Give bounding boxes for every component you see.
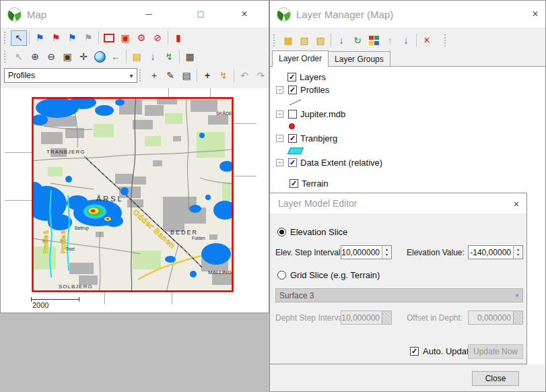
identify-tool-icon[interactable]: ↖ <box>11 49 27 65</box>
auto-update-checkbox[interactable]: ✓ <box>410 347 419 356</box>
spin-down-icon[interactable]: ▾ <box>386 253 388 258</box>
chevron-down-icon[interactable]: ▾ <box>126 72 137 79</box>
surface-combobox[interactable]: Surface 3 ▾ <box>275 288 523 302</box>
jupiter-checkbox[interactable] <box>288 110 297 119</box>
edit-profile-icon[interactable]: ✎ <box>162 68 178 84</box>
app-logo-icon <box>277 7 291 22</box>
delete-layer-icon[interactable]: × <box>419 33 435 48</box>
depth-step-interval-spinner[interactable]: 10,000000 <box>341 311 392 325</box>
elevation-value-spinner[interactable]: -140,00000 ▴▾ <box>468 245 523 259</box>
layer-manager-title: Layer Manager (Map) <box>296 9 393 20</box>
profiles-checkbox[interactable]: ✓ <box>288 86 297 94</box>
grid-slice-radio[interactable] <box>277 271 286 280</box>
edit-features-icon[interactable]: ⚑ <box>48 30 64 46</box>
grid-tick <box>104 292 105 304</box>
collapse-toggle-icon[interactable]: − <box>276 110 283 118</box>
spin-up-icon[interactable]: ▴ <box>517 247 519 253</box>
vertical-profile-tool-icon[interactable]: ▮ <box>170 30 186 46</box>
grid-slice-label: Grid Slice (e.g. Terrain) <box>290 270 380 280</box>
maximize-button[interactable]: □ <box>191 1 211 28</box>
profile-label: Profile 1 <box>42 230 49 253</box>
slice-rectangle-tool-icon[interactable] <box>101 30 117 46</box>
spinner-arrows[interactable]: ▴▾ <box>382 246 391 259</box>
grid-tick <box>5 200 32 201</box>
symbology-icon[interactable] <box>366 33 382 48</box>
close-button[interactable]: × <box>506 193 526 214</box>
offset-in-depth-spinner[interactable]: 0,000000 <box>468 311 523 325</box>
export-view-icon[interactable]: ↓ <box>145 49 161 65</box>
clear-selection-icon[interactable]: ⚑ <box>80 30 96 46</box>
toolbar-grip[interactable] <box>4 51 8 63</box>
redo-icon[interactable]: ↷ <box>252 68 269 84</box>
add-layer-icon[interactable]: ▧ <box>296 33 312 48</box>
close-dialog-button[interactable]: Close <box>472 371 519 386</box>
map-toolbar-row3: Profiles ▾ + ✎ ▤ + ↯ ↶ ↷ <box>1 66 269 85</box>
grid-toggle-icon[interactable]: ▦ <box>182 49 198 65</box>
tab-layer-order[interactable]: Layer Order <box>272 51 329 67</box>
tranbjerg-checkbox[interactable]: ✓ <box>288 134 297 143</box>
collapse-toggle-icon[interactable]: − <box>276 86 283 94</box>
spinner-arrows[interactable]: ▴▾ <box>513 246 522 259</box>
previous-view-icon[interactable]: ← <box>108 49 124 65</box>
zoom-box-icon[interactable]: ▣ <box>59 49 75 65</box>
profile-panel-icon[interactable]: ▤ <box>178 68 195 84</box>
slice-off-icon[interactable]: ⊘ <box>149 30 166 46</box>
map-canvas[interactable]: TRANBJERG ÅRSL BEDER SOLBJERG MALLING SK… <box>32 97 234 292</box>
slice-settings-icon[interactable]: ⚙ <box>133 30 149 46</box>
minimize-button[interactable]: ─ <box>139 1 159 28</box>
tree-item-layers[interactable]: ✓ Layers <box>271 71 545 84</box>
select-features-icon[interactable]: ⚑ <box>32 30 48 46</box>
tree-item-data-extent[interactable]: − ✓ Data Extent (relative) <box>271 156 545 169</box>
zoom-full-extent-icon[interactable] <box>92 49 108 65</box>
map-window: Map ─ □ × ↖ ⚑ ⚑ ⚑ ⚑ ▣ ⚙ ⊘ ▮ <box>0 0 269 313</box>
update-now-button[interactable]: Update Now <box>468 344 523 359</box>
pan-icon[interactable]: ✛ <box>75 49 92 65</box>
tree-item-tranbjerg[interactable]: − ✓ Tranbjerg <box>271 132 545 145</box>
load-layer-icon[interactable]: ↓ <box>333 33 349 48</box>
collapse-toggle-icon[interactable]: − <box>276 135 283 142</box>
import-layer-icon[interactable]: ▨ <box>312 33 329 48</box>
toolbar-grip[interactable] <box>4 32 8 44</box>
elev-step-interval-value[interactable]: 10,000000 <box>341 246 382 259</box>
zoom-in-icon[interactable]: ⊕ <box>27 49 43 65</box>
elevation-value[interactable]: -140,00000 <box>469 246 513 259</box>
new-layer-icon[interactable]: ▦ <box>280 33 296 48</box>
close-button[interactable]: × <box>525 1 545 28</box>
add-profile-icon[interactable]: + <box>199 68 215 84</box>
terrain-checkbox[interactable]: ✓ <box>289 179 298 188</box>
digitize-point-icon[interactable]: + <box>146 68 162 84</box>
layer-stack-icon[interactable]: ▤ <box>129 49 145 65</box>
toolbar-grip[interactable] <box>139 69 143 81</box>
undo-icon[interactable]: ↶ <box>236 68 252 84</box>
move-features-icon[interactable]: ⚑ <box>64 30 80 46</box>
profiles-combobox[interactable]: Profiles ▾ <box>4 68 137 83</box>
auto-update-profile-icon[interactable]: ↯ <box>215 68 232 84</box>
tree-item-terrain[interactable]: ✓ Terrain <box>271 177 545 190</box>
zoom-slice-tool-icon[interactable]: ▣ <box>117 30 133 46</box>
spin-down-icon[interactable]: ▾ <box>517 253 519 258</box>
elev-step-interval-spinner[interactable]: 10,000000 ▴▾ <box>341 245 392 259</box>
refresh-view-icon[interactable]: ↯ <box>161 49 177 65</box>
select-tool-icon[interactable]: ↖ <box>11 30 27 46</box>
collapse-toggle-icon[interactable]: − <box>276 159 283 166</box>
data-extent-checkbox[interactable]: ✓ <box>288 158 297 167</box>
depth-step-interval-label: Depht Step Interval: <box>275 313 347 323</box>
move-layer-down-icon[interactable]: ↓ <box>398 33 414 48</box>
profiles-symbol-row[interactable] <box>271 96 545 108</box>
close-button[interactable]: × <box>234 1 254 28</box>
tranbjerg-symbol-row[interactable] <box>271 145 545 156</box>
tree-item-profiles[interactable]: − ✓ Profiles <box>271 84 545 96</box>
refresh-layers-icon[interactable]: ↻ <box>349 33 366 48</box>
tree-item-jupiter[interactable]: − Jupiter.mdb <box>271 108 545 121</box>
chevron-down-icon[interactable]: ▾ <box>512 292 522 299</box>
layers-checkbox[interactable]: ✓ <box>287 73 296 81</box>
tab-layer-groups[interactable]: Layer Groups <box>328 51 390 66</box>
jupiter-symbol-row[interactable] <box>271 121 545 132</box>
toolbar-grip[interactable] <box>273 34 277 46</box>
elevation-slice-radio[interactable] <box>277 228 286 236</box>
move-layer-up-icon[interactable]: ↑ <box>382 33 398 48</box>
zoom-out-icon[interactable]: ⊖ <box>43 49 59 65</box>
toolbar-grip[interactable] <box>444 34 448 46</box>
globe-glyph <box>94 51 106 63</box>
spin-up-icon[interactable]: ▴ <box>386 247 388 253</box>
